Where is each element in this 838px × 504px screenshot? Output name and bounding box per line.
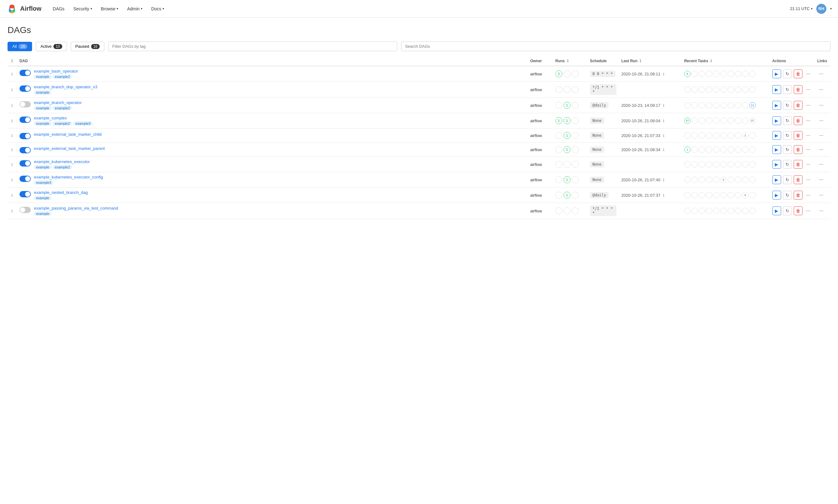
search-input[interactable] (401, 41, 831, 51)
runs-info-icon[interactable]: ℹ (567, 59, 569, 63)
delete-dag-button[interactable]: 🗑 (794, 101, 802, 110)
dag-tag[interactable]: example (34, 90, 52, 94)
row-info-icon[interactable]: ℹ (11, 209, 13, 213)
more-actions-button[interactable]: ··· (804, 161, 812, 168)
row-info-icon[interactable]: ℹ (11, 88, 13, 92)
refresh-dag-button[interactable]: ↻ (783, 145, 792, 154)
dag-toggle[interactable] (19, 160, 31, 166)
lastrun-info-icon[interactable]: ℹ (640, 59, 641, 63)
refresh-dag-button[interactable]: ↻ (783, 131, 792, 140)
run-dag-button[interactable]: ▶ (772, 116, 781, 125)
lastrun-row-info-icon[interactable]: ℹ (663, 193, 664, 198)
dag-links-button[interactable]: ··· (817, 192, 825, 198)
delete-dag-button[interactable]: 🗑 (794, 69, 802, 78)
filter-active-button[interactable]: Active 10 (36, 42, 67, 51)
dag-toggle[interactable] (19, 86, 31, 92)
row-info-icon[interactable]: ℹ (11, 72, 13, 76)
more-actions-button[interactable]: ··· (804, 86, 812, 93)
delete-dag-button[interactable]: 🗑 (794, 131, 802, 140)
lastrun-row-info-icon[interactable]: ℹ (663, 119, 664, 123)
row-info-icon[interactable]: ℹ (11, 148, 13, 152)
delete-dag-button[interactable]: 🗑 (794, 206, 802, 215)
delete-dag-button[interactable]: 🗑 (794, 175, 802, 184)
dag-tag[interactable]: example (34, 165, 52, 169)
dag-tag[interactable]: example (34, 196, 52, 200)
more-actions-button[interactable]: ··· (804, 146, 812, 153)
dag-tag[interactable]: example2 (53, 165, 72, 169)
dag-toggle[interactable] (19, 176, 31, 182)
dag-toggle[interactable] (19, 133, 31, 139)
time-display[interactable]: 21:11 UTC ▾ (790, 6, 813, 11)
nav-security[interactable]: Security ▾ (70, 4, 96, 14)
more-actions-button[interactable]: ··· (804, 208, 812, 214)
dag-tag[interactable]: example2 (53, 74, 72, 79)
run-dag-button[interactable]: ▶ (772, 206, 781, 215)
refresh-dag-button[interactable]: ↻ (783, 206, 792, 215)
dag-toggle[interactable] (19, 116, 31, 123)
nav-docs[interactable]: Docs ▾ (147, 4, 168, 14)
dag-tag[interactable]: example (34, 106, 52, 110)
filter-all-button[interactable]: All 26 (7, 42, 32, 51)
run-dag-button[interactable]: ▶ (772, 160, 781, 169)
refresh-dag-button[interactable]: ↻ (783, 69, 792, 78)
dag-info-icon[interactable]: ℹ (11, 59, 13, 63)
filter-paused-button[interactable]: Paused 16 (71, 42, 104, 51)
row-info-icon[interactable]: ℹ (11, 103, 13, 108)
lastrun-row-info-icon[interactable]: ℹ (663, 72, 664, 76)
dag-tag[interactable]: example (34, 74, 52, 79)
refresh-dag-button[interactable]: ↻ (783, 191, 792, 199)
dag-links-button[interactable]: ··· (817, 86, 825, 93)
dag-toggle[interactable] (19, 207, 31, 213)
row-info-icon[interactable]: ℹ (11, 162, 13, 167)
dag-name-link[interactable]: example_branch_dop_operator_v3 (34, 85, 97, 89)
delete-dag-button[interactable]: 🗑 (794, 191, 802, 199)
dag-name-link[interactable]: example_complex (34, 115, 67, 120)
row-info-icon[interactable]: ℹ (11, 133, 13, 138)
row-info-icon[interactable]: ℹ (11, 193, 13, 198)
more-actions-button[interactable]: ··· (804, 102, 812, 109)
dag-name-link[interactable]: example_branch_operator (34, 100, 82, 105)
dag-links-button[interactable]: ··· (817, 176, 825, 183)
run-dag-button[interactable]: ▶ (772, 175, 781, 184)
dag-links-button[interactable]: ··· (817, 132, 825, 139)
dag-links-button[interactable]: ··· (817, 117, 825, 124)
lastrun-row-info-icon[interactable]: ℹ (663, 148, 664, 152)
dag-toggle[interactable] (19, 191, 31, 197)
dag-tag[interactable]: example (34, 212, 52, 216)
delete-dag-button[interactable]: 🗑 (794, 145, 802, 154)
dag-links-button[interactable]: ··· (817, 146, 825, 153)
lastrun-row-info-icon[interactable]: ℹ (663, 103, 664, 108)
row-info-icon[interactable]: ℹ (11, 119, 13, 123)
dag-name-link[interactable]: example_kubernetes_executor_config (34, 175, 103, 179)
lastrun-row-info-icon[interactable]: ℹ (663, 178, 664, 182)
run-dag-button[interactable]: ▶ (772, 131, 781, 140)
run-dag-button[interactable]: ▶ (772, 145, 781, 154)
refresh-dag-button[interactable]: ↻ (783, 175, 792, 184)
more-actions-button[interactable]: ··· (804, 132, 812, 139)
dag-tag[interactable]: example2 (53, 106, 72, 110)
dag-name-link[interactable]: example_bash_operator (34, 69, 78, 73)
dag-tag[interactable]: example3 (73, 121, 93, 126)
refresh-dag-button[interactable]: ↻ (783, 116, 792, 125)
dag-name-link[interactable]: example_external_task_marker_parent (34, 146, 105, 151)
dag-tag[interactable]: example2 (53, 121, 72, 126)
lastrun-row-info-icon[interactable]: ℹ (663, 133, 664, 138)
run-dag-button[interactable]: ▶ (772, 85, 781, 94)
dag-tag[interactable]: example3 (34, 180, 53, 185)
dag-tag[interactable]: example (34, 121, 52, 126)
tag-filter-input[interactable] (108, 41, 397, 51)
delete-dag-button[interactable]: 🗑 (794, 160, 802, 169)
nav-admin[interactable]: Admin ▾ (123, 4, 146, 14)
more-actions-button[interactable]: ··· (804, 176, 812, 183)
dag-links-button[interactable]: ··· (817, 102, 825, 108)
dag-toggle[interactable] (19, 147, 31, 153)
dag-toggle[interactable] (19, 101, 31, 107)
nav-browse[interactable]: Browse ▾ (97, 4, 122, 14)
run-dag-button[interactable]: ▶ (772, 69, 781, 78)
dag-name-link[interactable]: example_external_task_marker_child (34, 132, 102, 137)
delete-dag-button[interactable]: 🗑 (794, 116, 802, 125)
user-dropdown-icon[interactable]: ▾ (830, 7, 832, 11)
dag-name-link[interactable]: example_nested_branch_dag (34, 190, 88, 195)
nav-dags[interactable]: DAGs (49, 4, 68, 14)
dag-links-button[interactable]: ··· (817, 161, 825, 167)
